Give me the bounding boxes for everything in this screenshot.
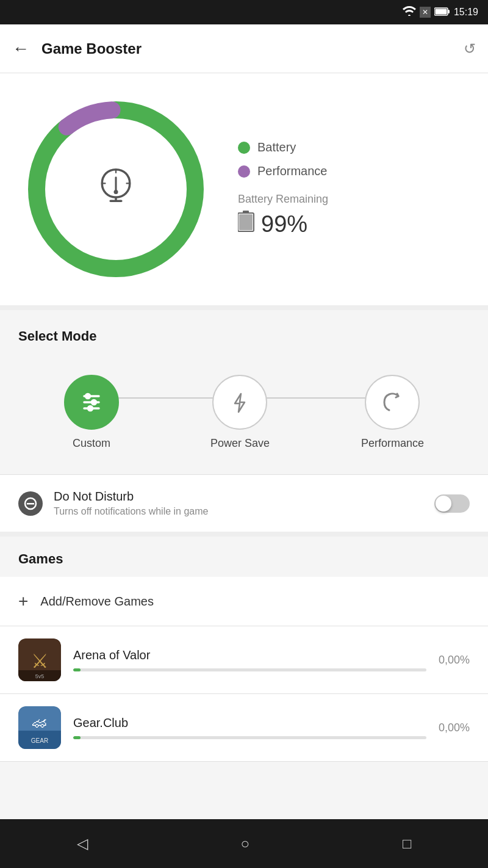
plus-icon: + bbox=[18, 591, 28, 611]
signal-blocked-icon: ✕ bbox=[420, 7, 431, 18]
gear-club-icon: 🏎 GEAR bbox=[18, 706, 61, 749]
wifi-icon bbox=[403, 6, 416, 19]
dnd-icon bbox=[18, 491, 43, 516]
gear-club-progress-bar bbox=[73, 736, 426, 739]
arena-of-valor-percent: 0,00% bbox=[439, 654, 470, 667]
section-divider bbox=[0, 305, 488, 310]
status-icons: ✕ 15:19 bbox=[403, 6, 478, 19]
games-title: Games bbox=[18, 551, 470, 567]
nav-bar: ◁ ○ □ bbox=[0, 819, 488, 868]
toggle-knob bbox=[436, 496, 451, 512]
svg-text:5v5: 5v5 bbox=[35, 673, 45, 679]
mode-items: Custom Power Save bbox=[18, 375, 470, 450]
status-time: 15:19 bbox=[454, 7, 478, 18]
svg-text:🏎: 🏎 bbox=[32, 714, 47, 731]
arena-of-valor-info: Arena of Valor bbox=[73, 648, 426, 671]
mode-performance[interactable]: Performance bbox=[361, 375, 424, 450]
battery-status-icon bbox=[434, 7, 450, 18]
svg-rect-13 bbox=[243, 211, 249, 214]
app-title: Game Booster bbox=[41, 40, 142, 57]
arena-of-valor-progress-bar bbox=[73, 668, 426, 671]
svg-point-7 bbox=[114, 190, 118, 194]
svg-point-19 bbox=[88, 407, 92, 411]
svg-rect-12 bbox=[239, 214, 253, 230]
mode-power-save-circle bbox=[212, 375, 267, 430]
nav-recent-icon[interactable]: □ bbox=[403, 835, 412, 852]
battery-legend-dot bbox=[238, 142, 250, 154]
svg-point-17 bbox=[85, 394, 90, 399]
performance-legend-dot bbox=[238, 165, 250, 178]
chart-section: Battery Performance Battery Remaining 99… bbox=[0, 73, 488, 305]
mode-power-save-label: Power Save bbox=[210, 437, 270, 450]
games-header: Games bbox=[0, 537, 488, 577]
donut-chart bbox=[18, 92, 214, 287]
arena-of-valor-name: Arena of Valor bbox=[73, 648, 426, 662]
mode-custom-circle bbox=[64, 375, 119, 430]
svg-rect-22 bbox=[27, 503, 34, 505]
status-bar: ✕ 15:19 bbox=[0, 0, 488, 24]
chart-legend: Battery Performance Battery Remaining 99… bbox=[238, 140, 470, 238]
dnd-section: Do Not Disturb Turns off notifications w… bbox=[0, 474, 488, 532]
battery-remaining-label: Battery Remaining bbox=[238, 193, 470, 206]
select-mode-section: Select Mode Custom bbox=[0, 310, 488, 474]
speedometer-icon bbox=[92, 165, 140, 214]
select-mode-title: Select Mode bbox=[18, 328, 470, 344]
games-section: Games + Add/Remove Games ⚔ 5v5 Arena of … bbox=[0, 537, 488, 762]
mode-custom-label: Custom bbox=[73, 437, 110, 450]
battery-legend-label: Battery bbox=[257, 140, 296, 154]
nav-home-icon[interactable]: ○ bbox=[241, 835, 250, 852]
add-games-label: Add/Remove Games bbox=[40, 595, 154, 609]
svg-text:GEAR: GEAR bbox=[31, 737, 48, 744]
mode-performance-circle bbox=[365, 375, 420, 430]
svg-marker-20 bbox=[235, 394, 245, 412]
mode-custom[interactable]: Custom bbox=[64, 375, 119, 450]
mode-performance-label: Performance bbox=[361, 437, 424, 450]
refresh-button[interactable]: ↺ bbox=[464, 40, 476, 57]
nav-back-icon[interactable]: ◁ bbox=[77, 835, 88, 852]
battery-remaining-value: 99% bbox=[238, 211, 470, 238]
game-row-2[interactable]: 🏎 GEAR Gear.Club 0,00% bbox=[0, 694, 488, 762]
back-button[interactable]: ← bbox=[12, 39, 29, 59]
games-divider bbox=[0, 532, 488, 537]
dnd-toggle[interactable] bbox=[434, 494, 470, 513]
svg-rect-2 bbox=[435, 9, 447, 14]
arena-of-valor-icon: ⚔ 5v5 bbox=[18, 638, 61, 681]
bottom-spacer bbox=[0, 762, 488, 811]
battery-percent-value: 99% bbox=[261, 211, 307, 237]
add-games-row[interactable]: + Add/Remove Games bbox=[0, 577, 488, 626]
svg-point-18 bbox=[92, 400, 96, 405]
svg-point-0 bbox=[408, 15, 411, 16]
battery-large-icon bbox=[238, 211, 255, 238]
dnd-subtitle: Turns off notifications while in game bbox=[54, 506, 423, 517]
gear-club-name: Gear.Club bbox=[73, 716, 426, 730]
performance-legend-item: Performance bbox=[238, 164, 470, 178]
game-row-1[interactable]: ⚔ 5v5 Arena of Valor 0,00% bbox=[0, 626, 488, 694]
performance-legend-label: Performance bbox=[257, 164, 328, 178]
gear-club-percent: 0,00% bbox=[439, 722, 470, 734]
app-bar: ← Game Booster ↺ bbox=[0, 24, 488, 73]
mode-selector: Custom Power Save bbox=[18, 363, 470, 456]
arena-of-valor-progress-fill bbox=[73, 668, 81, 671]
dnd-text: Do Not Disturb Turns off notifications w… bbox=[54, 490, 423, 517]
mode-power-save[interactable]: Power Save bbox=[210, 375, 270, 450]
gear-club-info: Gear.Club bbox=[73, 716, 426, 739]
dnd-title: Do Not Disturb bbox=[54, 490, 423, 504]
svg-rect-3 bbox=[448, 10, 450, 13]
gear-club-progress-fill bbox=[73, 736, 81, 739]
svg-text:⚔: ⚔ bbox=[31, 650, 49, 672]
battery-legend-item: Battery bbox=[238, 140, 470, 154]
